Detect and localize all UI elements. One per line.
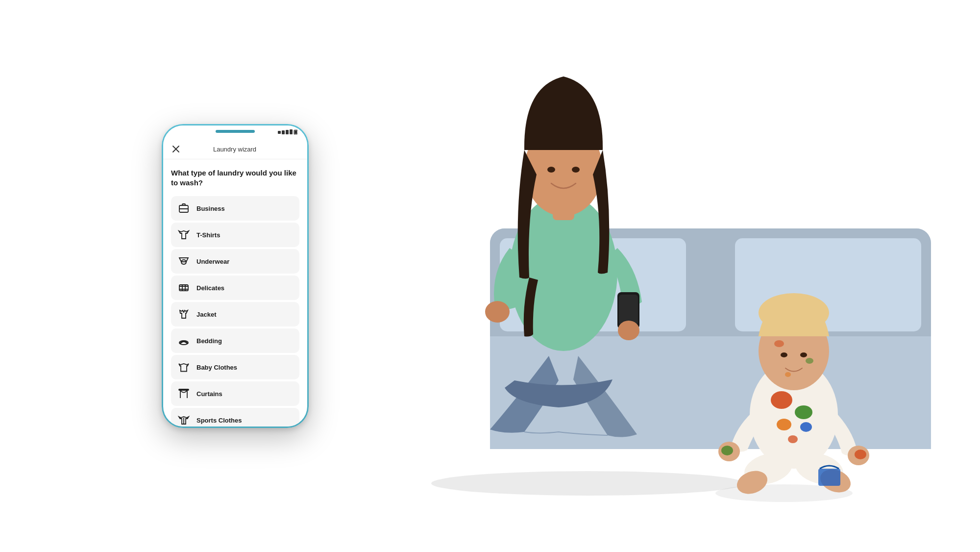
tshirts-label: T-Shirts bbox=[196, 231, 220, 239]
business-label: Business bbox=[196, 205, 225, 212]
wizard-question: What type of laundry would you like to w… bbox=[171, 168, 299, 187]
svg-point-0 bbox=[431, 471, 745, 496]
bedding-icon bbox=[177, 334, 191, 348]
laundry-item-underwear[interactable]: Underwear bbox=[171, 249, 299, 274]
svg-rect-36 bbox=[290, 129, 293, 134]
svg-rect-33 bbox=[278, 131, 281, 134]
svg-rect-32 bbox=[818, 469, 840, 486]
phone-frame: Laundry wizard What type of laundry woul… bbox=[162, 124, 309, 428]
close-button[interactable] bbox=[170, 143, 182, 155]
jacket-icon bbox=[177, 307, 191, 321]
svg-point-19 bbox=[721, 446, 733, 455]
laundry-item-business[interactable]: Business bbox=[171, 196, 299, 221]
svg-rect-5 bbox=[619, 295, 638, 325]
svg-point-13 bbox=[795, 405, 812, 419]
curtains-icon bbox=[177, 387, 191, 401]
bedding-label: Bedding bbox=[196, 337, 222, 345]
svg-point-26 bbox=[759, 293, 829, 332]
phone-mockup-container: Laundry wizard What type of laundry woul… bbox=[162, 124, 309, 428]
svg-point-27 bbox=[781, 352, 787, 357]
baby-clothes-icon bbox=[177, 360, 191, 374]
jacket-label: Jacket bbox=[196, 311, 216, 318]
tshirt-icon bbox=[177, 228, 191, 242]
laundry-item-sports-clothes[interactable]: Sports Clothes bbox=[171, 408, 299, 427]
svg-point-10 bbox=[572, 167, 580, 173]
phone-screen: Laundry wizard What type of laundry woul… bbox=[163, 125, 307, 427]
curtains-label: Curtains bbox=[196, 390, 222, 398]
baby-clothes-label: Baby Clothes bbox=[196, 364, 237, 371]
svg-point-31 bbox=[785, 372, 791, 377]
svg-point-20 bbox=[855, 450, 866, 459]
laundry-item-jacket[interactable]: Jacket bbox=[171, 302, 299, 326]
svg-point-6 bbox=[618, 321, 639, 340]
svg-rect-38 bbox=[294, 130, 297, 134]
svg-point-30 bbox=[806, 358, 813, 364]
status-bar bbox=[163, 125, 307, 139]
svg-point-29 bbox=[774, 340, 784, 347]
svg-point-14 bbox=[777, 419, 791, 430]
laundry-item-baby-clothes[interactable]: Baby Clothes bbox=[171, 355, 299, 379]
svg-rect-34 bbox=[282, 130, 285, 134]
laundry-items-list: Business T-Shirts Underwea bbox=[171, 196, 299, 427]
svg-point-9 bbox=[547, 167, 555, 173]
underwear-icon bbox=[177, 254, 191, 268]
laundry-item-curtains[interactable]: Curtains bbox=[171, 381, 299, 406]
sports-icon bbox=[177, 413, 191, 427]
scene-illustration bbox=[392, 62, 931, 503]
underwear-label: Underwear bbox=[196, 258, 229, 265]
delicates-icon bbox=[177, 281, 191, 295]
svg-point-3 bbox=[485, 301, 510, 323]
svg-point-16 bbox=[788, 435, 798, 443]
app-header: Laundry wizard bbox=[163, 139, 307, 159]
sports-clothes-label: Sports Clothes bbox=[196, 417, 242, 424]
svg-rect-35 bbox=[286, 130, 289, 134]
svg-point-12 bbox=[771, 391, 792, 409]
background-scene bbox=[304, 0, 980, 552]
laundry-item-bedding[interactable]: Bedding bbox=[171, 328, 299, 353]
laundry-item-delicates[interactable]: Delicates bbox=[171, 276, 299, 300]
delicates-label: Delicates bbox=[196, 284, 224, 292]
svg-point-28 bbox=[800, 352, 807, 357]
wizard-content: What type of laundry would you like to w… bbox=[163, 159, 307, 427]
svg-rect-45 bbox=[179, 389, 189, 390]
svg-rect-43 bbox=[179, 285, 188, 291]
app-title-text: Laundry wizard bbox=[182, 146, 288, 153]
business-icon bbox=[177, 201, 191, 215]
laundry-item-tshirts[interactable]: T-Shirts bbox=[171, 223, 299, 247]
svg-point-15 bbox=[800, 422, 812, 432]
